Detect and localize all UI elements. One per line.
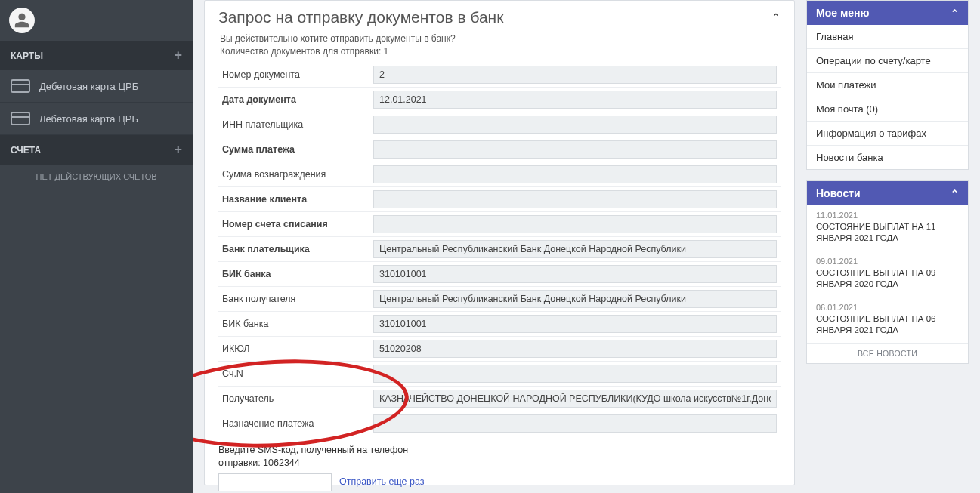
field-value [373, 340, 777, 358]
field-label: ИКЮЛ [218, 336, 369, 361]
sms-prompt-suffix: отправки: 1062344 [218, 458, 300, 468]
my-menu-item[interactable]: Новости банка [807, 146, 968, 169]
news-title: СОСТОЯНИЕ ВЫПЛАТ НА 09 ЯНВАРЯ 2020 ГОДА [816, 267, 959, 290]
field-label: ИНН плательщика [218, 112, 369, 137]
cards-section-header: КАРТЫ + [0, 41, 193, 70]
field-label: Сумма платежа [218, 137, 369, 162]
all-news-link[interactable]: ВСЕ НОВОСТИ [807, 344, 968, 363]
sms-block: Введите SMS-код, полученный на телефон о… [218, 444, 781, 493]
cards-header-label: КАРТЫ [11, 51, 43, 61]
resend-sms-link[interactable]: Отправить еще раз [339, 476, 424, 489]
sidebar-card-item[interactable]: Дебетовая карта ЦРБ [0, 70, 193, 103]
confirm-line-2: Количество документов для отправки: 1 [220, 45, 781, 58]
field-value [373, 240, 777, 258]
card-label: Лебетовая карта ЦРБ [39, 113, 138, 125]
form-table: Номер документаДата документаИНН платель… [218, 63, 781, 436]
card-icon [11, 79, 30, 93]
field-label: Банк плательщика [218, 236, 369, 261]
news-date: 11.01.2021 [816, 211, 959, 220]
news-title: СОСТОЯНИЕ ВЫПЛАТ НА 06 ЯНВАРЯ 2021 ГОДА [816, 313, 959, 336]
add-account-icon[interactable]: + [174, 142, 182, 158]
no-accounts-note: НЕТ ДЕЙСТВУЮЩИХ СЧЕТОВ [0, 165, 193, 189]
chevron-up-icon[interactable]: ⌃ [951, 8, 959, 19]
my-menu-item[interactable]: Моя почта (0) [807, 97, 968, 122]
field-label: Название клиента [218, 186, 369, 211]
news-item[interactable]: 06.01.2021СОСТОЯНИЕ ВЫПЛАТ НА 06 ЯНВАРЯ … [807, 297, 968, 344]
sms-prompt-prefix: Введите SMS-код, полученный на телефон [218, 445, 408, 455]
my-menu-item[interactable]: Операции по счету/карте [807, 49, 968, 73]
news-widget: Новости ⌃ 11.01.2021СОСТОЯНИЕ ВЫПЛАТ НА … [806, 180, 969, 364]
field-label: Сумма вознаграждения [218, 162, 369, 186]
my-menu-widget: Мое меню ⌃ ГлавнаяОперации по счету/карт… [806, 0, 969, 170]
avatar[interactable] [9, 8, 35, 33]
field-value [373, 290, 777, 308]
news-item[interactable]: 09.01.2021СОСТОЯНИЕ ВЫПЛАТ НА 09 ЯНВАРЯ … [807, 251, 968, 297]
accounts-section-header: СЧЕТА + [0, 135, 193, 165]
field-value [373, 165, 777, 183]
field-value [373, 66, 777, 84]
field-label: БИК банка [218, 311, 369, 336]
add-card-icon[interactable]: + [174, 48, 182, 63]
field-value [373, 91, 777, 109]
my-menu-item[interactable]: Информация о тарифах [807, 122, 968, 146]
my-menu-item[interactable]: Мои платежи [807, 73, 968, 97]
field-label: Дата документа [218, 87, 369, 112]
news-title: СОСТОЯНИЕ ВЫПЛАТ НА 11 ЯНВАРЯ 2021 ГОДА [816, 221, 959, 244]
field-label: Номер документа [218, 63, 369, 88]
field-label: Номер счета списания [218, 211, 369, 236]
news-header: Новости ⌃ [807, 181, 968, 205]
field-value [373, 365, 777, 383]
chevron-up-icon[interactable]: ⌃ [951, 188, 959, 199]
collapse-icon[interactable]: ⌃ [771, 11, 781, 23]
field-value [373, 190, 777, 208]
news-item[interactable]: 11.01.2021СОСТОЯНИЕ ВЫПЛАТ НА 11 ЯНВАРЯ … [807, 205, 968, 251]
field-label: Назначение платежа [218, 411, 369, 436]
confirm-line-1: Вы действительно хотите отправить докуме… [220, 32, 781, 45]
card-icon [11, 112, 30, 125]
field-value [373, 116, 777, 134]
send-documents-panel: Запрос на отправку документов в банк ⌃ В… [204, 0, 795, 485]
field-value [373, 265, 777, 283]
field-value [373, 315, 777, 333]
field-label: Банк получателя [218, 286, 369, 311]
field-label: Получатель [218, 386, 369, 411]
field-value [373, 215, 777, 233]
news-date: 06.01.2021 [816, 303, 959, 312]
panel-title: Запрос на отправку документов в банк ⌃ [218, 7, 781, 31]
field-value [373, 140, 777, 159]
sms-code-input[interactable] [218, 473, 332, 491]
card-label: Дебетовая карта ЦРБ [39, 81, 138, 92]
user-icon [14, 12, 30, 29]
field-label: Сч.N [218, 361, 369, 386]
sidebar: КАРТЫ + Дебетовая карта ЦРБЛебетовая кар… [0, 0, 193, 493]
my-menu-header: Мое меню ⌃ [807, 1, 968, 25]
sidebar-card-item[interactable]: Лебетовая карта ЦРБ [0, 103, 193, 135]
accounts-header-label: СЧЕТА [11, 145, 41, 156]
field-value [373, 390, 777, 408]
news-date: 09.01.2021 [816, 257, 959, 266]
field-label: БИК банка [218, 261, 369, 286]
field-value [373, 414, 777, 433]
my-menu-item[interactable]: Главная [807, 25, 968, 49]
